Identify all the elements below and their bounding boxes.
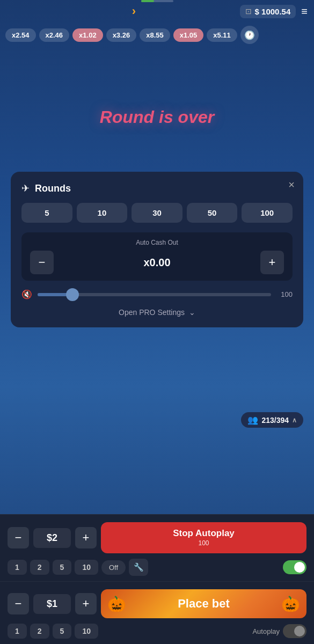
chevron-right-icon: ›	[132, 4, 136, 18]
autoplay-minus-button[interactable]: −	[8, 527, 29, 548]
balance-icon: ⊡	[245, 7, 252, 16]
progress-bar	[141, 0, 173, 2]
round-btn-10[interactable]: 10	[77, 203, 128, 223]
autoplay-wrench-button[interactable]: 🔧	[129, 559, 148, 576]
auto-cashout-container: Auto Cash Out − x0.00 +	[21, 232, 293, 281]
clock-icon[interactable]: 🕐	[240, 26, 259, 44]
autoplay-toggle[interactable]	[283, 560, 306, 574]
cashout-minus-button[interactable]: −	[30, 251, 54, 274]
place-bet-panel: − $1 + Place bet 1 2 5 10 Autoplay	[0, 581, 314, 644]
chip-6[interactable]: x5.11	[207, 28, 237, 42]
top-right: ⊡ $ 1000.54 ≡	[240, 5, 308, 18]
wrench-icon: 🔧	[134, 562, 144, 572]
place-bet-row: − $1 + Place bet	[8, 589, 306, 618]
autoplay-quick-10[interactable]: 10	[75, 560, 98, 575]
chip-3[interactable]: x3.26	[106, 28, 137, 42]
autoplay-off-button[interactable]: Off	[101, 560, 126, 575]
round-buttons: 5 10 30 50 100	[21, 203, 293, 223]
slider-thumb[interactable]	[66, 288, 79, 301]
autoplay-quick-5[interactable]: 5	[53, 560, 72, 575]
stop-autoplay-button[interactable]: Stop Autoplay 100	[101, 522, 306, 553]
players-row: 👥 213/394 ∧	[230, 408, 314, 432]
place-bet-quick-10[interactable]: 10	[75, 624, 98, 639]
slider-max-label: 100	[276, 290, 293, 298]
modal-close-button[interactable]: ×	[288, 179, 295, 190]
balance-display: ⊡ $ 1000.54	[240, 5, 296, 18]
place-bet-quick-5[interactable]: 5	[53, 624, 72, 639]
chips-row: x2.54 x2.46 x1.02 x3.26 x8.55 x1.05 x5.1…	[0, 23, 314, 47]
chip-1[interactable]: x2.46	[39, 28, 70, 42]
players-icon: 👥	[247, 415, 258, 425]
rounds-icon: ✈	[21, 182, 30, 194]
pro-settings-label: Open PRO Settings	[119, 308, 185, 317]
chip-4[interactable]: x8.55	[140, 28, 170, 42]
auto-cashout-label: Auto Cash Out	[30, 239, 284, 246]
bottom-panels: − $2 + Stop Autoplay 100 1 2 5 10 Off 🔧 …	[0, 514, 314, 644]
modal-title: Rounds	[35, 183, 71, 194]
place-bet-amount: $1	[33, 594, 71, 614]
round-btn-5[interactable]: 5	[21, 203, 72, 223]
place-bet-plus-button[interactable]: +	[75, 593, 97, 614]
place-bet-button[interactable]: Place bet	[101, 589, 306, 618]
place-bet-quick-row: 1 2 5 10 Autoplay	[8, 624, 306, 639]
autoplay-quick-2[interactable]: 2	[30, 560, 49, 575]
autoplay-quick-1[interactable]: 1	[8, 560, 27, 575]
round-over-text: Round is over	[100, 107, 214, 127]
chip-5[interactable]: x1.05	[173, 28, 204, 42]
slider-track[interactable]	[38, 293, 271, 296]
progress-bar-fill	[141, 0, 154, 2]
stop-autoplay-count: 100	[198, 539, 209, 548]
place-bet-quick-2[interactable]: 2	[30, 624, 49, 639]
autoplay-quick-amounts-row: 1 2 5 10 Off 🔧	[8, 559, 306, 576]
players-chevron-icon[interactable]: ∧	[292, 416, 297, 424]
autoplay-bet-amount: $2	[33, 528, 71, 548]
game-area: Round is over	[0, 47, 314, 187]
auto-cashout-row: − x0.00 +	[30, 251, 284, 274]
rounds-modal: × ✈ Rounds 5 10 30 50 100 Auto Cash Out …	[11, 172, 303, 327]
autoplay-bet-row: − $2 + Stop Autoplay 100	[8, 522, 306, 553]
autoplay-panel: − $2 + Stop Autoplay 100 1 2 5 10 Off 🔧	[0, 514, 314, 581]
place-bet-autoplay-toggle[interactable]	[283, 624, 306, 638]
balance-amount: $ 1000.54	[255, 7, 291, 16]
round-btn-100[interactable]: 100	[242, 203, 293, 223]
place-bet-quick-1[interactable]: 1	[8, 624, 27, 639]
autoplay-plus-button[interactable]: +	[75, 527, 97, 548]
menu-icon[interactable]: ≡	[301, 5, 308, 18]
mute-icon[interactable]: 🔇	[21, 289, 32, 299]
pro-chevron-icon: ⌄	[189, 308, 195, 317]
round-btn-30[interactable]: 30	[132, 203, 182, 223]
cashout-value: x0.00	[143, 257, 170, 269]
modal-title-row: ✈ Rounds	[21, 182, 293, 194]
chip-2[interactable]: x1.02	[72, 28, 103, 42]
players-badge: 👥 213/394 ∧	[241, 412, 303, 428]
place-bet-minus-button[interactable]: −	[8, 593, 29, 614]
round-btn-50[interactable]: 50	[187, 203, 238, 223]
autoplay-label: Autoplay	[252, 627, 280, 635]
slider-row: 🔇 100	[21, 289, 293, 299]
players-count: 213/394	[261, 416, 289, 425]
top-center: ›	[132, 4, 136, 18]
cashout-plus-button[interactable]: +	[260, 251, 284, 274]
chip-0[interactable]: x2.54	[5, 28, 36, 42]
top-bar: › ⊡ $ 1000.54 ≡	[0, 0, 314, 23]
pro-settings-row[interactable]: Open PRO Settings ⌄	[21, 308, 293, 317]
